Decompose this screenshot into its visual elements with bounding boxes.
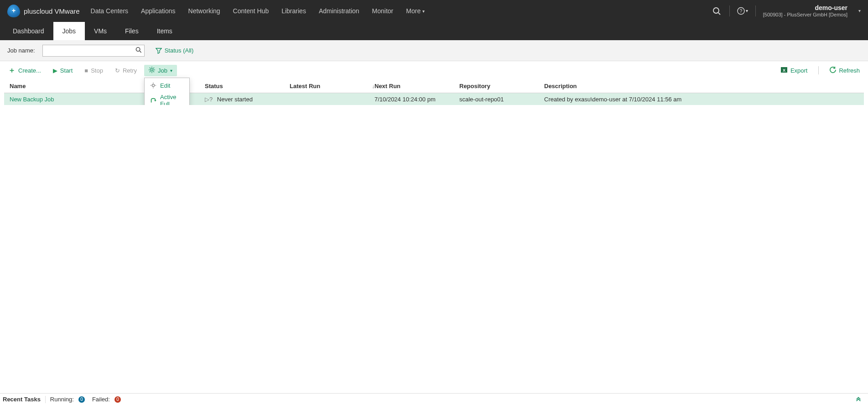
job-dropdown-button[interactable]: Job ▾ <box>144 65 177 76</box>
svg-line-11 <box>150 68 151 68</box>
status-filter[interactable]: Status (All) <box>156 47 194 54</box>
svg-text:X: X <box>783 68 785 73</box>
chevron-down-icon: ▾ <box>170 68 172 73</box>
jobs-table: Name Status Latest Run ↓ Next Run Reposi… <box>4 79 864 105</box>
menu-edit[interactable]: Edit <box>145 80 189 91</box>
nav-more[interactable]: More ▾ <box>406 7 425 15</box>
create-button[interactable]: ＋ Create... <box>4 64 46 77</box>
user-menu[interactable]: demo-user [500903] - PlusServer GmbH [De… <box>763 4 847 18</box>
svg-line-1 <box>718 13 720 15</box>
tab-dashboard[interactable]: Dashboard <box>4 22 53 40</box>
cell-status-text: Never started <box>217 96 253 103</box>
start-label: Start <box>60 67 73 74</box>
retry-button: ↻ Retry <box>110 65 141 76</box>
brand-logo-icon <box>7 5 20 17</box>
job-dropdown-wrap: Job ▾ Edit Active Full Disable <box>144 65 177 76</box>
top-nav: pluscloud VMware Data Centers Applicatio… <box>0 0 868 22</box>
svg-line-12 <box>153 71 154 72</box>
svg-point-0 <box>713 8 719 13</box>
stop-icon: ■ <box>84 67 88 74</box>
svg-line-13 <box>150 71 151 72</box>
svg-text:?: ? <box>739 9 742 14</box>
tab-items[interactable]: Items <box>148 22 182 40</box>
user-name: demo-user <box>815 4 847 12</box>
menu-active-full-label: Active Full <box>160 94 184 105</box>
nav-libraries[interactable]: Libraries <box>281 7 306 15</box>
cell-repo: scale-out-repo01 <box>459 96 544 103</box>
active-full-icon <box>150 97 156 104</box>
stop-button: ■ Stop <box>80 65 108 76</box>
export-button[interactable]: X Export <box>776 64 812 77</box>
cell-desc: Created by exasu\demo-user at 7/10/2024 … <box>544 96 858 103</box>
user-org: [500903] - PlusServer GmbH [Demos] <box>763 12 847 18</box>
svg-line-14 <box>153 68 154 68</box>
chevron-down-icon: ▾ <box>422 9 425 14</box>
nav-content-hub[interactable]: Content Hub <box>233 7 269 15</box>
create-label: Create... <box>18 67 41 74</box>
tab-jobs[interactable]: Jobs <box>53 22 85 40</box>
refresh-label: Refresh <box>839 67 860 74</box>
table-header: Name Status Latest Run ↓ Next Run Reposi… <box>4 79 864 93</box>
sub-nav: Dashboard Jobs VMs Files Items <box>0 22 868 40</box>
col-desc[interactable]: Description <box>544 83 858 89</box>
retry-icon: ↻ <box>115 67 120 74</box>
status-filter-label: Status (All) <box>165 47 194 54</box>
chevron-down-icon: ▾ <box>746 8 748 13</box>
jobname-label: Job name: <box>7 47 35 54</box>
refresh-button[interactable]: Refresh <box>825 65 864 76</box>
jobname-input[interactable] <box>42 45 145 57</box>
nav-data-centers[interactable]: Data Centers <box>91 7 128 15</box>
menu-active-full[interactable]: Active Full <box>145 91 189 105</box>
topnav-menu: Data Centers Applications Networking Con… <box>91 7 711 15</box>
col-next[interactable]: Next Run <box>374 83 459 89</box>
separator <box>818 66 819 74</box>
gear-icon <box>149 67 155 74</box>
play-icon: ▶ <box>53 67 57 74</box>
svg-point-6 <box>151 68 153 71</box>
refresh-icon <box>830 67 836 74</box>
excel-icon: X <box>780 66 788 75</box>
col-repo[interactable]: Repository <box>459 83 544 89</box>
separator <box>729 5 730 16</box>
tab-files[interactable]: Files <box>116 22 148 40</box>
separator <box>755 5 756 16</box>
cell-next: 7/10/2024 10:24:00 pm <box>374 96 459 103</box>
retry-label: Retry <box>123 67 137 74</box>
svg-marker-20 <box>154 100 156 101</box>
col-status[interactable]: Status <box>205 83 290 89</box>
jobname-search <box>42 45 145 57</box>
help-icon[interactable]: ? ▾ <box>737 5 748 16</box>
brand-text: pluscloud VMware <box>24 7 80 15</box>
stop-label: Stop <box>91 67 103 74</box>
cell-status: ▷? Never started <box>205 96 290 103</box>
search-icon[interactable] <box>711 5 722 16</box>
brand[interactable]: pluscloud VMware <box>7 5 80 17</box>
col-latest[interactable]: Latest Run ↓ <box>290 83 374 89</box>
job-dropdown-menu: Edit Active Full Disable Delete <box>144 78 190 105</box>
export-label: Export <box>790 67 808 74</box>
tab-vms[interactable]: VMs <box>85 22 116 40</box>
start-button[interactable]: ▶ Start <box>48 65 77 76</box>
gear-icon <box>150 82 156 89</box>
filter-bar: Job name: Status (All) <box>0 40 868 61</box>
menu-edit-label: Edit <box>160 82 170 89</box>
nav-more-label: More <box>406 7 421 15</box>
never-started-icon: ▷? <box>205 96 213 103</box>
topnav-right: ? ▾ demo-user [500903] - PlusServer GmbH… <box>711 4 861 18</box>
col-latest-label: Latest Run <box>290 83 320 89</box>
svg-point-15 <box>152 84 154 86</box>
plus-icon: ＋ <box>8 66 16 75</box>
job-label: Job <box>158 67 167 74</box>
chevron-down-icon[interactable]: ▾ <box>858 8 861 13</box>
toolbar: ＋ Create... ▶ Start ■ Stop ↻ Retry Job ▾… <box>0 61 868 79</box>
table-row[interactable]: New Backup Job ▷? Never started 7/10/202… <box>4 93 864 105</box>
nav-administration[interactable]: Administration <box>319 7 359 15</box>
nav-networking[interactable]: Networking <box>188 7 220 15</box>
nav-applications[interactable]: Applications <box>141 7 176 15</box>
nav-monitor[interactable]: Monitor <box>372 7 394 15</box>
